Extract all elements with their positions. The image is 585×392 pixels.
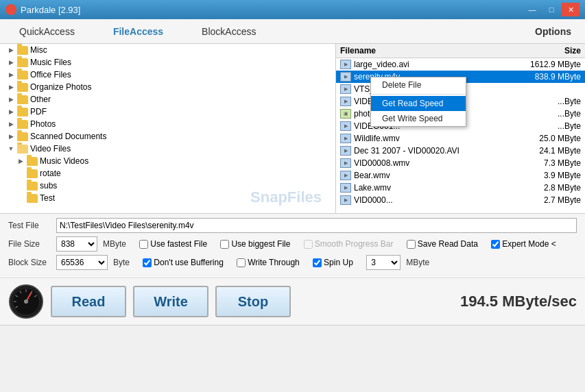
tree-item-photos[interactable]: ▶ Photos bbox=[0, 118, 335, 130]
file-size: 25.0 MByte bbox=[519, 134, 581, 143]
filesize-select[interactable]: 838 bbox=[56, 236, 97, 252]
file-row[interactable]: ▶ Wildlife.wmv 25.0 MByte bbox=[336, 132, 585, 145]
tree-arrow-organizephotos: ▶ bbox=[7, 83, 15, 91]
spinup-checkbox[interactable] bbox=[313, 258, 322, 267]
file-name: VID0000... bbox=[354, 195, 519, 205]
stop-button[interactable]: Stop bbox=[215, 286, 291, 317]
tree-item-misc[interactable]: ▶ Misc bbox=[0, 44, 335, 56]
fastest-label: Use fastest File bbox=[150, 239, 207, 249]
file-icon: ▶ bbox=[340, 97, 351, 106]
writethrough-checkbox-group: Write Through bbox=[237, 258, 300, 267]
folder-icon-scanneddocs bbox=[17, 132, 28, 141]
blocksize-label: Block Size bbox=[8, 258, 51, 267]
folder-icon-videofiles bbox=[17, 145, 28, 154]
spinup-select[interactable]: 3 bbox=[366, 255, 401, 270]
fastest-checkbox[interactable] bbox=[139, 240, 148, 249]
file-name: Wildlife.wmv bbox=[354, 134, 519, 143]
tab-quickaccess[interactable]: QuickAccess bbox=[14, 23, 80, 40]
tree-item-scanneddocs[interactable]: ▶ Scanned Documents bbox=[0, 130, 335, 143]
file-row[interactable]: ▶ Bear.wmv 3.9 MByte bbox=[336, 169, 585, 182]
smooth-checkbox[interactable] bbox=[304, 240, 313, 249]
options-menu[interactable]: Options bbox=[535, 26, 571, 37]
expert-label: Expert Mode < bbox=[502, 239, 556, 249]
file-size: 2.8 MByte bbox=[519, 183, 581, 193]
biggest-checkbox[interactable] bbox=[220, 240, 229, 249]
blocksize-unit: Byte bbox=[113, 258, 130, 267]
tree-item-pdf[interactable]: ▶ PDF bbox=[0, 106, 335, 118]
menu-bar: QuickAccess FileAccess BlockAccess Optio… bbox=[0, 19, 585, 44]
file-size: ...Byte bbox=[519, 109, 581, 119]
context-menu-delete[interactable]: Delete File bbox=[371, 77, 466, 93]
testfile-input[interactable] bbox=[56, 218, 577, 233]
file-size: 3.9 MByte bbox=[519, 171, 581, 180]
tree-label-rotate: rotate bbox=[40, 169, 61, 178]
file-size: 2.7 MByte bbox=[519, 195, 581, 205]
file-row[interactable]: ▶ Dec 31 2007 - VID00020.AVI 24.1 MByte bbox=[336, 145, 585, 157]
context-menu-writespeed[interactable]: Get Write Speed bbox=[371, 111, 466, 126]
file-icon: ▶ bbox=[340, 84, 351, 94]
filesize-unit: MByte bbox=[103, 239, 126, 249]
tree-label-organizephotos: Organize Photos bbox=[30, 82, 91, 92]
file-icon: ▶ bbox=[340, 121, 351, 131]
file-icon: ▶ bbox=[340, 158, 351, 168]
file-row[interactable]: ▶ Lake.wmv 2.8 MByte bbox=[336, 182, 585, 194]
title-bar: Parkdale [2.93] — □ ✕ bbox=[0, 0, 585, 19]
tree-arrow-videofiles: ▼ bbox=[7, 145, 15, 153]
file-icon: ▶ bbox=[340, 146, 351, 156]
nobuffering-checkbox[interactable] bbox=[143, 258, 152, 267]
expert-checkbox[interactable] bbox=[491, 240, 500, 249]
file-row[interactable]: ▶ large_video.avi 1612.9 MByte bbox=[336, 58, 585, 71]
tab-fileaccess[interactable]: FileAccess bbox=[108, 23, 169, 40]
minimize-button[interactable]: — bbox=[523, 3, 541, 16]
file-icon: ▣ bbox=[340, 109, 351, 119]
tab-blockaccess[interactable]: BlockAccess bbox=[196, 23, 261, 40]
write-button[interactable]: Write bbox=[133, 286, 208, 317]
file-list-panel: Filename Size ▶ large_video.avi 1612.9 M… bbox=[336, 44, 585, 213]
file-row[interactable]: ▶ VID0000... 2.7 MByte bbox=[336, 194, 585, 206]
read-button[interactable]: Read bbox=[51, 286, 126, 317]
blocksize-row: Block Size 65536 Byte Don't use Bufferin… bbox=[8, 255, 577, 270]
tree-item-rotate[interactable]: rotate bbox=[0, 167, 335, 180]
close-button[interactable]: ✕ bbox=[562, 3, 580, 16]
context-menu: Delete File Get Read Speed Get Write Spe… bbox=[370, 77, 466, 127]
tree-arrow-musicfiles: ▶ bbox=[7, 58, 15, 66]
testfile-label: Test File bbox=[8, 221, 51, 230]
tree-item-organizephotos[interactable]: ▶ Organize Photos bbox=[0, 81, 335, 93]
file-row[interactable]: ▶ VID00008.wmv 7.3 MByte bbox=[336, 157, 585, 169]
file-icon: ▶ bbox=[340, 183, 351, 193]
tree-item-officefiles[interactable]: ▶ Office Files bbox=[0, 69, 335, 81]
writethrough-checkbox[interactable] bbox=[237, 258, 246, 267]
tree-item-videofiles[interactable]: ▼ Video Files bbox=[0, 143, 335, 155]
tree-label-musicfiles: Music Files bbox=[30, 58, 71, 67]
title-bar-left: Parkdale [2.93] bbox=[5, 4, 80, 15]
tree-arrow-other: ▶ bbox=[7, 95, 15, 103]
file-size: 838.9 MByte bbox=[519, 72, 581, 82]
spinup-checkbox-group: Spin Up bbox=[313, 258, 353, 267]
file-tree[interactable]: ▶ Misc ▶ Music Files ▶ Office Files ▶ Or… bbox=[0, 44, 336, 213]
app-icon bbox=[5, 4, 16, 15]
tree-item-musicfiles[interactable]: ▶ Music Files bbox=[0, 56, 335, 69]
testfile-row: Test File bbox=[8, 218, 577, 233]
tree-arrow-subs bbox=[16, 182, 25, 190]
folder-icon-musicfiles bbox=[17, 58, 28, 67]
tree-item-test[interactable]: Test bbox=[0, 192, 335, 204]
tree-arrow-misc: ▶ bbox=[7, 46, 15, 54]
folder-icon-misc bbox=[17, 46, 28, 55]
tree-arrow-officefiles: ▶ bbox=[7, 71, 15, 79]
tree-label-subs: subs bbox=[40, 181, 57, 191]
context-menu-readspeed[interactable]: Get Read Speed bbox=[371, 96, 466, 111]
tree-item-subs[interactable]: subs bbox=[0, 180, 335, 192]
file-name: Lake.wmv bbox=[354, 183, 519, 193]
maximize-button[interactable]: □ bbox=[542, 3, 560, 16]
speed-display: 194.5 MByte/sec bbox=[460, 293, 577, 310]
saveread-checkbox[interactable] bbox=[407, 240, 416, 249]
tree-item-other[interactable]: ▶ Other bbox=[0, 93, 335, 106]
saveread-label: Save Read Data bbox=[418, 239, 478, 249]
folder-icon-rotate bbox=[27, 169, 38, 178]
tree-arrow-rotate bbox=[16, 169, 25, 177]
file-size: ...Byte bbox=[519, 121, 581, 131]
file-size: ...Byte bbox=[519, 97, 581, 106]
tree-item-musicvideos[interactable]: ▶ Music Videos bbox=[0, 155, 335, 167]
column-header-name: Filename bbox=[340, 46, 519, 56]
blocksize-select[interactable]: 65536 bbox=[56, 255, 108, 270]
